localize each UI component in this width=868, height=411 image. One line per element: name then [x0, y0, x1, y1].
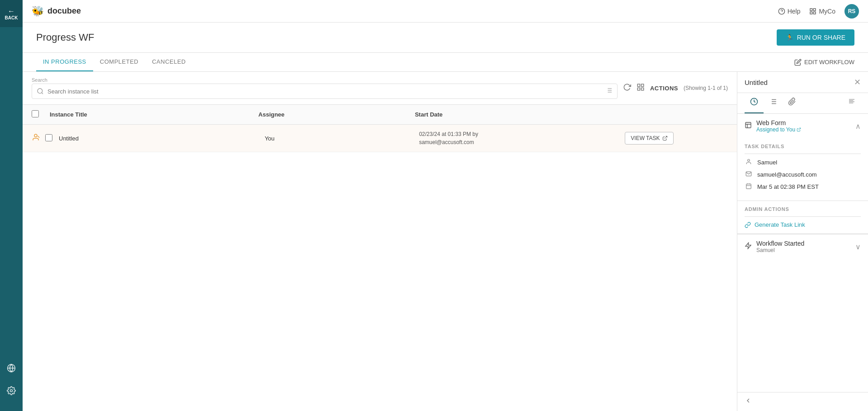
svg-point-9 — [38, 89, 42, 93]
svg-line-36 — [798, 128, 801, 130]
svg-line-10 — [42, 93, 43, 94]
grid-icon[interactable] — [637, 83, 645, 93]
search-toolbar: Search — [23, 72, 737, 105]
svg-marker-42 — [745, 243, 751, 248]
panel-menu-icon[interactable] — [843, 93, 861, 113]
webform-section: Web Form Assigned to You ∧ — [737, 114, 868, 234]
col-header-assignee: Assignee — [259, 111, 415, 118]
admin-actions-label: ADMIN ACTIONS — [745, 206, 861, 212]
data-table: Instance Title Assignee Start Date — [23, 105, 737, 411]
webform-name: Web Form — [756, 119, 851, 126]
panel-body: Web Form Assigned to You ∧ — [737, 114, 868, 392]
search-box — [32, 84, 618, 99]
run-share-label: RUN OR SHARE — [797, 34, 845, 41]
svg-rect-8 — [810, 12, 812, 14]
logo: 🐝 docubee — [32, 5, 81, 17]
tab-in-progress[interactable]: IN PROGRESS — [36, 53, 93, 71]
tabs-bar: IN PROGRESS COMPLETED CANCELED EDIT WORK… — [23, 53, 868, 72]
detail-assignee-name: Samuel — [745, 159, 861, 166]
back-label: BACK — [5, 15, 18, 20]
sidebar: ← BACK — [0, 0, 23, 411]
workflow-started-sub: Samuel — [756, 247, 851, 253]
svg-point-37 — [748, 159, 750, 162]
search-box-wrap: Search — [32, 77, 618, 99]
detail-email: samuel@accusoft.com — [745, 171, 861, 178]
help-link[interactable]: Help — [778, 8, 801, 15]
webform-info: Web Form Assigned to You — [756, 119, 851, 133]
svg-rect-6 — [814, 9, 816, 11]
webform-header[interactable]: Web Form Assigned to You ∧ — [737, 114, 868, 138]
filter-icon[interactable] — [605, 87, 613, 96]
view-task-button[interactable]: VIEW TASK — [625, 132, 673, 145]
topnav: 🐝 docubee Help MyCo RS — [23, 0, 868, 23]
help-label: Help — [788, 8, 801, 15]
email-icon — [745, 171, 753, 178]
panel-tab-attachment[interactable] — [783, 93, 802, 113]
row-select-checkbox[interactable] — [45, 134, 52, 141]
row-checkbox-col — [45, 134, 59, 143]
row-start-date: 02/23/24 at 01:33 PM by samuel@accusoft.… — [419, 130, 625, 146]
search-label: Search — [32, 77, 618, 83]
row-assignee: You — [264, 135, 419, 142]
globe-icon[interactable] — [0, 357, 23, 379]
showing-text: (Showing 1-1 of 1) — [684, 85, 728, 91]
svg-rect-7 — [814, 12, 816, 14]
svg-rect-5 — [810, 9, 812, 11]
header-checkbox-col — [32, 110, 50, 119]
row-action-col: VIEW TASK — [625, 132, 728, 145]
task-details-section: TASK DETAILS Samuel — [737, 138, 868, 201]
toolbar-right: ACTIONS (Showing 1-1 of 1) — [623, 83, 728, 93]
edit-workflow-button[interactable]: EDIT WORKFLOW — [794, 59, 854, 66]
avatar-initials: RS — [848, 8, 856, 14]
webform-icon — [745, 121, 752, 131]
workflow-section: Workflow Started Samuel ∨ — [737, 234, 868, 259]
panel-header: Untitled ✕ — [737, 72, 868, 93]
svg-rect-19 — [641, 88, 643, 90]
col-header-startdate: Start Date — [415, 111, 624, 118]
select-all-checkbox[interactable] — [32, 110, 39, 117]
svg-point-21 — [34, 134, 37, 137]
admin-divider — [745, 216, 861, 217]
workflow-collapse-icon[interactable]: ∨ — [855, 243, 861, 251]
task-details-label: TASK DETAILS — [745, 144, 861, 149]
svg-rect-17 — [637, 84, 640, 86]
row-start-date-line1: 02/23/24 at 01:33 PM by — [419, 130, 625, 138]
myco-link[interactable]: MyCo — [809, 8, 835, 15]
panel-tabs — [737, 93, 868, 114]
refresh-icon[interactable] — [623, 83, 631, 93]
due-date-text: Mar 5 at 02:38 PM EST — [757, 183, 819, 190]
content-area: Search — [23, 72, 868, 411]
run-share-button[interactable]: 🏃 RUN OR SHARE — [777, 29, 854, 46]
panel-collapse-button[interactable] — [737, 392, 868, 411]
settings-icon[interactable] — [0, 379, 23, 402]
calendar-icon — [745, 183, 753, 191]
actions-button[interactable]: ACTIONS — [650, 85, 678, 92]
search-input[interactable] — [47, 88, 602, 95]
user-avatar[interactable]: RS — [844, 4, 859, 19]
tab-completed[interactable]: COMPLETED — [93, 53, 145, 71]
page-header: Progress WF 🏃 RUN OR SHARE — [23, 23, 868, 53]
svg-rect-35 — [745, 122, 751, 128]
app-name: docubee — [47, 6, 81, 16]
back-button[interactable]: ← BACK — [0, 0, 23, 27]
webform-collapse-icon[interactable]: ∧ — [855, 122, 861, 131]
generate-task-link-label: Generate Task Link — [755, 221, 805, 228]
page-title: Progress WF — [36, 32, 94, 43]
webform-assigned-link[interactable]: Assigned to You — [756, 126, 851, 133]
right-panel: Untitled ✕ — [737, 72, 868, 411]
panel-tab-list[interactable] — [764, 93, 783, 113]
workflow-header[interactable]: Workflow Started Samuel ∨ — [745, 240, 861, 253]
search-icon — [37, 88, 44, 95]
panel-close-button[interactable]: ✕ — [854, 77, 861, 87]
panel-tab-history[interactable] — [745, 93, 764, 113]
view-task-label: VIEW TASK — [631, 135, 660, 141]
detail-due-date: Mar 5 at 02:38 PM EST — [745, 183, 861, 191]
run-icon: 🏃 — [786, 34, 793, 41]
tab-canceled[interactable]: CANCELED — [145, 53, 193, 71]
svg-rect-18 — [641, 84, 643, 86]
admin-section: ADMIN ACTIONS Generate Task Link — [737, 201, 868, 234]
col-header-title: Instance Title — [50, 111, 259, 118]
email-text: samuel@accusoft.com — [757, 171, 817, 178]
topnav-right: Help MyCo RS — [778, 4, 859, 19]
generate-task-link-button[interactable]: Generate Task Link — [745, 221, 861, 228]
